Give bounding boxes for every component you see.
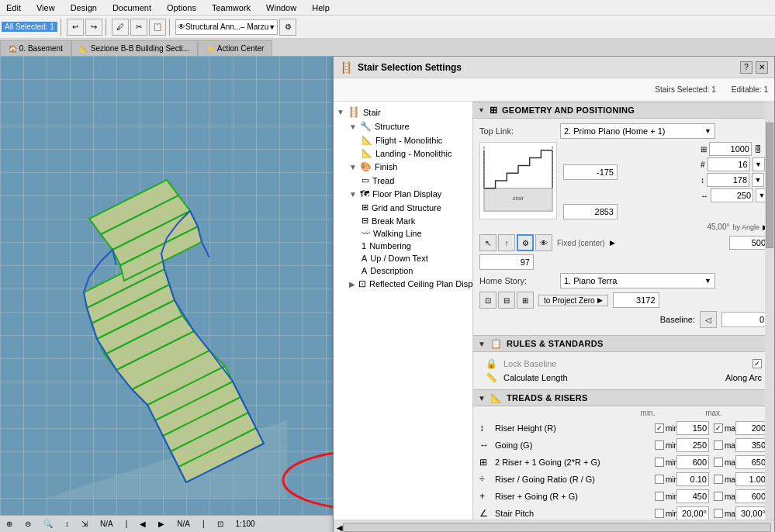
baseline-input[interactable] (721, 312, 768, 327)
status-nav-1[interactable]: ⊕ (6, 520, 12, 528)
tree-item-floorplan[interactable]: ▼ 🗺 Floor Plan Display (334, 187, 472, 201)
riser2-min-check[interactable] (655, 458, 664, 467)
rules-section-header[interactable]: ▼ 📋 RULES & STANDARDS (473, 335, 774, 352)
tree-item-breakmark[interactable]: ⊟ Break Mark (334, 214, 472, 227)
tree-item-stair[interactable]: ▼ 🪜 Stair (334, 105, 472, 119)
status-nav-8[interactable]: ⊡ (217, 520, 223, 528)
tree-item-ceiling[interactable]: ▶ ⊡ Reflected Ceiling Plan Disp... (334, 277, 472, 291)
tree-item-description[interactable]: A Description (334, 264, 472, 277)
expand-icon-finish: ▼ (349, 163, 357, 171)
scroll-thumb[interactable] (766, 123, 773, 248)
geo-input-3[interactable] (479, 254, 534, 270)
riser2-min-input[interactable] (676, 455, 709, 469)
status-nav-5[interactable]: ⇲ (81, 520, 88, 528)
geometry-section-header[interactable]: ▼ ⊞ GEOMETRY AND POSITIONING (473, 102, 774, 119)
scroll-indicator[interactable] (765, 102, 774, 520)
status-nav-7[interactable]: ▶ (158, 520, 164, 528)
pitch-min-input[interactable] (676, 506, 709, 520)
going-max-check[interactable] (714, 440, 723, 450)
f2-input[interactable] (708, 157, 750, 171)
status-nav-2[interactable]: ⊖ (25, 520, 31, 528)
structural-annotation-dropdown[interactable]: 👁 Structural Ann...– Marzu ▼ (175, 19, 278, 35)
riser-max-input[interactable] (735, 421, 768, 435)
scroll-left-btn[interactable]: ◀ (337, 523, 343, 532)
tab-basement[interactable]: 🏠 0. Basement (0, 40, 71, 56)
tree-item-walkingline[interactable]: 〰 Walking Line (334, 227, 472, 240)
icon-btn-4[interactable]: 👁 (535, 234, 552, 251)
going-max-input[interactable] (735, 438, 768, 452)
toolbar-btn-3[interactable]: 🖊 (112, 19, 129, 36)
riser2-max-check[interactable] (714, 458, 723, 467)
geo-input-2[interactable] (563, 204, 618, 219)
tab-section[interactable]: 📐 Sezione B-B Building Secti... (71, 40, 198, 56)
f2-dropdown[interactable]: ▼ (753, 157, 765, 171)
structure-icon: 🔧 (360, 121, 372, 132)
tree-item-finish[interactable]: ▼ 🎨 Finish (334, 160, 472, 174)
tree-item-flight[interactable]: 📐 Flight - Monolithic (334, 133, 472, 147)
help-button[interactable]: ? (740, 61, 753, 74)
f5-input[interactable] (729, 236, 768, 250)
tree-item-tread[interactable]: ▭ Tread (334, 174, 472, 187)
status-nav-4[interactable]: ↕ (65, 520, 69, 528)
ratio-min-check[interactable] (655, 475, 664, 484)
pitch-max-input[interactable] (735, 506, 768, 520)
close-button[interactable]: ✕ (756, 61, 768, 74)
pitch-min-check[interactable] (655, 509, 664, 518)
tree-item-updown[interactable]: A Up / Down Text (334, 252, 472, 264)
ratio-max-input[interactable] (735, 472, 768, 486)
menu-help[interactable]: Help (309, 2, 333, 13)
menu-design[interactable]: Design (67, 2, 100, 13)
pitch-max-check[interactable] (714, 509, 723, 518)
toolbar-btn-6[interactable]: ⚙ (279, 19, 296, 36)
menu-view[interactable]: View (33, 2, 58, 13)
going-min-check[interactable] (655, 440, 664, 450)
tree-item-grid[interactable]: ⊞ Grid and Structure (334, 201, 472, 214)
menu-edit[interactable]: Edit (3, 2, 24, 13)
riser-min-check[interactable] (655, 423, 664, 433)
tree-item-landing[interactable]: 📐 Landing - Monolithic (334, 147, 472, 160)
rpg-min-check[interactable] (655, 492, 664, 501)
status-nav-6[interactable]: ◀ (140, 520, 146, 528)
toolbar-btn-5[interactable]: 📋 (149, 19, 166, 36)
f3-dropdown[interactable]: ▼ (752, 173, 764, 187)
geo-input-1[interactable] (563, 164, 618, 180)
bottom-scrollbar[interactable]: ◀ (334, 520, 774, 532)
baseline-icon-2[interactable]: ⊟ (498, 292, 515, 309)
f3-input[interactable] (707, 173, 749, 187)
lock-baseline-checkbox[interactable] (753, 359, 762, 368)
ratio-max-check[interactable] (714, 475, 723, 484)
menu-window[interactable]: Window (263, 2, 299, 13)
rpg-min-input[interactable] (676, 489, 709, 503)
riser-max-check[interactable] (714, 423, 723, 433)
toolbar-btn-2[interactable]: ↪ (85, 19, 102, 36)
f4-input[interactable] (711, 188, 753, 202)
riser2-max-input[interactable] (735, 455, 768, 469)
riser-min-input[interactable] (676, 421, 709, 435)
toolbar-btn-4[interactable]: ✂ (130, 19, 147, 36)
home-story-select[interactable]: 1. Piano Terra ▼ (560, 273, 715, 288)
ratio-min-input[interactable] (676, 472, 709, 486)
menu-teamwork[interactable]: Teamwork (209, 2, 254, 13)
tree-item-structure[interactable]: ▼ 🔧 Structure (334, 119, 472, 133)
top-link-select[interactable]: 2. Primo Piano (Home + 1) ▼ (560, 123, 715, 139)
baseline-left-icon[interactable]: ◁ (700, 311, 717, 328)
toolbar-btn-1[interactable]: ↩ (67, 19, 84, 36)
baseline-icon-1[interactable]: ⊡ (479, 292, 496, 309)
going-min-input[interactable] (676, 438, 709, 452)
icon-btn-1[interactable]: ↖ (479, 234, 496, 251)
treads-section-header[interactable]: ▼ 📐 TREADS & RISERS (473, 389, 774, 406)
icon-btn-2[interactable]: ↑ (498, 234, 515, 251)
status-nav-3[interactable]: 🔍 (43, 520, 53, 528)
menu-options[interactable]: Options (164, 2, 199, 13)
f1-input[interactable] (709, 142, 752, 156)
menu-document[interactable]: Document (109, 2, 154, 13)
tree-item-numbering[interactable]: 1 Numbering (334, 240, 472, 252)
project-zero-btn[interactable]: to Project Zero ▶ (538, 295, 608, 306)
rpg-max-check[interactable] (714, 492, 723, 501)
baseline-icon-3[interactable]: ⊞ (517, 292, 534, 309)
project-zero-input[interactable] (613, 292, 659, 308)
tab-action-center[interactable]: ⚡ Action Center (198, 40, 272, 56)
scroll-track[interactable] (343, 523, 771, 532)
rpg-max-input[interactable] (735, 489, 768, 503)
icon-btn-3[interactable]: ⚙ (517, 234, 534, 251)
